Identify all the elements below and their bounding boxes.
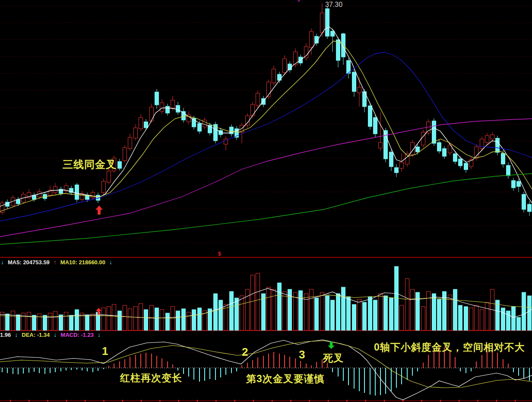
dif-down-arrow-icon: ↓: [15, 331, 18, 338]
stock-chart-screen: ^ 37.30 三线同金叉 $ ↓ MA5: 204753.59 ↑ MA10:…: [0, 0, 532, 402]
dea-down-arrow-icon: ↓: [54, 331, 57, 338]
moving-average-lines: [0, 27, 532, 244]
volume-bars: [0, 266, 532, 330]
volume-indicator-header: ↓ MA5: 204753.59 ↑ MA10: 218660.00 ↓: [1, 259, 112, 266]
golden-cross-number-1: 1: [102, 345, 108, 358]
death-cross-label: 死叉: [323, 351, 344, 365]
peak-price-label: 37.30: [325, 1, 342, 9]
volume-ma10-value: MA10: 218660.00: [60, 259, 105, 266]
macd-value: MACD: -1.23: [60, 332, 94, 338]
three-line-golden-cross-annotation: 三线同金叉: [63, 158, 117, 171]
macd-down-arrow-icon: ↓: [98, 331, 101, 338]
golden-cross-number-3: 3: [299, 348, 305, 361]
dollar-marker: $: [218, 251, 221, 257]
time-axis: [0, 400, 532, 402]
volume-ma5-value: MA5: 204753.59: [8, 259, 50, 266]
macd-indicator-header: 1.96 ↓ DEA: -1.34 ↓ MACD: -1.23 ↓: [0, 331, 101, 338]
panel-dividers: [0, 257, 532, 331]
peak-marker: ^: [298, 0, 300, 5]
gridlines: [0, 6, 532, 383]
third-golden-cross-note: 第3次金叉要谨慎: [246, 372, 325, 386]
dea-value: DEA: -1.34: [22, 332, 50, 338]
golden-cross-number-2: 2: [242, 345, 248, 359]
ma5-up-arrow-icon: ↑: [54, 259, 57, 266]
zero-axis-note: 0轴下小斜度金叉，空间相对不大: [374, 341, 525, 354]
red-bars-longer-note: 红柱再次变长: [120, 371, 182, 385]
dif-value: 1.96: [0, 332, 11, 338]
ma10-down-arrow-icon: ↓: [109, 259, 112, 266]
volume-ma-lines: [0, 288, 532, 318]
ma5-down-arrow-icon: ↓: [1, 259, 4, 266]
candlesticks: [0, 3, 532, 216]
